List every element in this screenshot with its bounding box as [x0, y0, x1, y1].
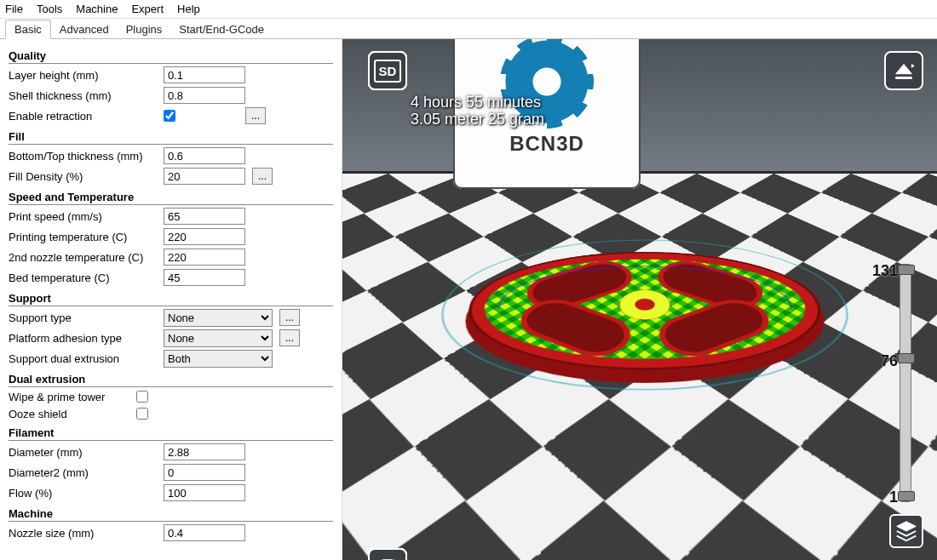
- viewport-3d[interactable]: BCN3D SD: [342, 39, 937, 560]
- nozzle-size-label: Nozzle size (mm): [9, 527, 164, 540]
- print-speed-label: Print speed (mm/s): [9, 210, 164, 223]
- diameter-input[interactable]: [164, 443, 245, 460]
- save-sd-button[interactable]: SD: [368, 51, 407, 90]
- layers-icon: [894, 518, 919, 544]
- shell-thickness-label: Shell thickness (mm): [9, 89, 164, 102]
- menu-machine[interactable]: Machine: [76, 3, 118, 15]
- fill-more-button[interactable]: ...: [252, 168, 273, 185]
- view-mode-icon: [891, 58, 917, 83]
- support-type-label: Support type: [9, 311, 164, 324]
- print-usage: 3.05 meter 25 gram: [411, 111, 544, 128]
- nozzle2-temp-input[interactable]: [164, 249, 245, 266]
- support-type-more-button[interactable]: ...: [279, 309, 300, 326]
- section-filament: Filament: [9, 426, 333, 441]
- view-mode-button[interactable]: [884, 51, 923, 90]
- tab-plugins[interactable]: Plugins: [118, 20, 171, 38]
- diameter-label: Diameter (mm): [9, 446, 164, 459]
- layer-height-input[interactable]: [164, 66, 245, 83]
- fill-density-label: Fill Density (%): [9, 170, 164, 183]
- enable-retraction-checkbox[interactable]: [164, 110, 175, 122]
- wipe-tower-label: Wipe & prime tower: [9, 391, 136, 403]
- tab-gcode[interactable]: Start/End-GCode: [170, 20, 273, 38]
- bottom-top-input[interactable]: [164, 147, 245, 164]
- nozzle2-temp-label: 2nd nozzle temperature (C): [9, 251, 164, 264]
- menu-expert[interactable]: Expert: [131, 3, 164, 15]
- section-support: Support: [9, 292, 333, 306]
- nozzle-size-input[interactable]: [164, 524, 245, 541]
- section-fill: Fill: [9, 130, 333, 145]
- brand-logo-text: BCN3D: [509, 132, 584, 156]
- ooze-shield-checkbox[interactable]: [136, 408, 148, 420]
- layer-slider-thumb-current[interactable]: [898, 353, 915, 363]
- menu-help[interactable]: Help: [177, 3, 200, 15]
- settings-panel: Quality Layer height (mm) Shell thicknes…: [0, 39, 342, 560]
- layer-view-button[interactable]: [889, 514, 923, 548]
- print-temp-input[interactable]: [164, 228, 245, 245]
- section-dual-extrusion: Dual extrusion: [9, 373, 333, 387]
- diameter2-input[interactable]: [164, 464, 245, 481]
- print-speed-input[interactable]: [164, 208, 245, 225]
- adhesion-type-select[interactable]: None: [164, 329, 273, 347]
- model-preview[interactable]: [448, 252, 841, 370]
- support-dual-label: Support dual extrusion: [9, 352, 164, 365]
- bottom-top-label: Bottom/Top thickness (mm): [9, 150, 164, 163]
- shell-thickness-input[interactable]: [164, 87, 245, 104]
- ooze-shield-label: Ooze shield: [9, 408, 136, 420]
- bed-temp-label: Bed temperature (C): [9, 271, 164, 284]
- fill-density-input[interactable]: [164, 168, 245, 185]
- settings-tabbar: Basic Advanced Plugins Start/End-GCode: [0, 19, 937, 39]
- section-quality: Quality: [9, 49, 333, 64]
- adhesion-type-label: Platform adhesion type: [9, 332, 164, 345]
- section-speed-temp: Speed and Temperature: [9, 191, 333, 205]
- flow-input[interactable]: [164, 484, 245, 501]
- menu-tools[interactable]: Tools: [37, 3, 62, 15]
- print-stats: 4 hours 55 minutes 3.05 meter 25 gram: [411, 94, 544, 128]
- wipe-tower-checkbox[interactable]: [136, 391, 148, 403]
- support-type-select[interactable]: None: [164, 309, 273, 327]
- adhesion-type-more-button[interactable]: ...: [279, 329, 300, 346]
- diameter2-label: Diameter2 (mm): [9, 466, 164, 479]
- layer-height-label: Layer height (mm): [9, 69, 164, 82]
- sd-card-icon: SD: [374, 60, 402, 83]
- mirror-icon: [375, 555, 400, 560]
- tab-basic[interactable]: Basic: [5, 20, 51, 39]
- bed-temp-input[interactable]: [164, 269, 245, 286]
- support-dual-select[interactable]: Both: [164, 350, 273, 368]
- print-time: 4 hours 55 minutes: [411, 94, 544, 111]
- enable-retraction-label: Enable retraction: [9, 110, 164, 123]
- mirror-button[interactable]: [368, 548, 407, 560]
- layer-slider-thumb-top[interactable]: [898, 265, 915, 275]
- menubar: File Tools Machine Expert Help: [0, 0, 937, 19]
- layer-slider-thumb-bottom[interactable]: [898, 491, 915, 501]
- print-temp-label: Printing temperature (C): [9, 231, 164, 243]
- layer-slider[interactable]: [894, 264, 917, 502]
- flow-label: Flow (%): [9, 487, 164, 500]
- model-travel-lines: [486, 266, 803, 350]
- layer-slider-track[interactable]: [900, 264, 911, 502]
- section-machine: Machine: [9, 507, 333, 522]
- menu-file[interactable]: File: [5, 3, 23, 15]
- tab-advanced[interactable]: Advanced: [51, 20, 118, 38]
- retraction-more-button[interactable]: ...: [245, 107, 266, 124]
